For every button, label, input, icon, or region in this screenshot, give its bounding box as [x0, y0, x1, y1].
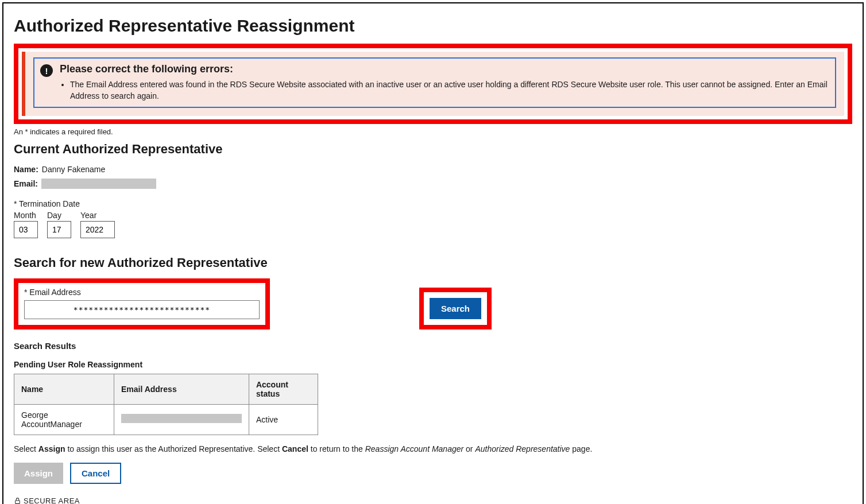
- day-header: Day: [47, 211, 71, 220]
- error-icon: !: [40, 64, 53, 77]
- col-status: Account status: [249, 374, 318, 404]
- email-input-highlight: * Email Address: [14, 278, 270, 329]
- secure-area-label: SECURE AREA: [24, 497, 80, 504]
- cell-status: Active: [249, 404, 318, 435]
- email-address-label: * Email Address: [24, 288, 260, 297]
- col-name: Name: [14, 374, 114, 404]
- assign-button[interactable]: Assign: [14, 463, 63, 484]
- table-row: George AccountManager Active: [14, 404, 318, 435]
- secure-area-footer: SECURE AREA: [14, 497, 852, 504]
- page-title: Authorized Representative Reassignment: [14, 16, 852, 36]
- current-rep-heading: Current Authorized Representative: [14, 142, 852, 157]
- termination-date-label: * Termination Date: [14, 199, 852, 208]
- cell-email: [114, 404, 249, 435]
- svg-rect-0: [16, 501, 20, 503]
- name-label: Name:: [14, 165, 38, 174]
- month-header: Month: [14, 211, 38, 220]
- search-button-highlight: Search: [419, 288, 492, 329]
- instructions-text: Select Assign to assign this user as the…: [14, 444, 852, 453]
- cancel-button[interactable]: Cancel: [70, 463, 121, 484]
- error-alert: ! Please correct the following errors: T…: [22, 52, 844, 116]
- day-input[interactable]: [47, 221, 71, 238]
- error-heading: Please correct the following errors:: [60, 63, 829, 75]
- cell-email-redacted: [121, 414, 242, 423]
- year-header: Year: [80, 211, 115, 220]
- pending-reassignment-label: Pending User Role Reassignment: [14, 360, 852, 369]
- search-results-heading: Search Results: [14, 341, 852, 351]
- required-note: An * indicates a required filed.: [14, 127, 852, 136]
- email-label: Email:: [14, 179, 38, 188]
- name-value: Danny Fakename: [42, 165, 106, 174]
- cell-name: George AccountManager: [14, 404, 114, 435]
- lock-icon: [14, 497, 21, 504]
- error-alert-highlight: ! Please correct the following errors: T…: [14, 44, 852, 124]
- email-address-input[interactable]: [24, 300, 260, 319]
- month-input[interactable]: [14, 221, 38, 238]
- col-email: Email Address: [114, 374, 249, 404]
- year-input[interactable]: [80, 221, 115, 238]
- search-button[interactable]: Search: [430, 298, 481, 319]
- error-item: The Email Address entered was found in t…: [70, 79, 829, 102]
- email-redacted: [41, 179, 156, 189]
- pending-table: Name Email Address Account status George…: [14, 374, 318, 435]
- search-section-heading: Search for new Authorized Representative: [14, 255, 852, 270]
